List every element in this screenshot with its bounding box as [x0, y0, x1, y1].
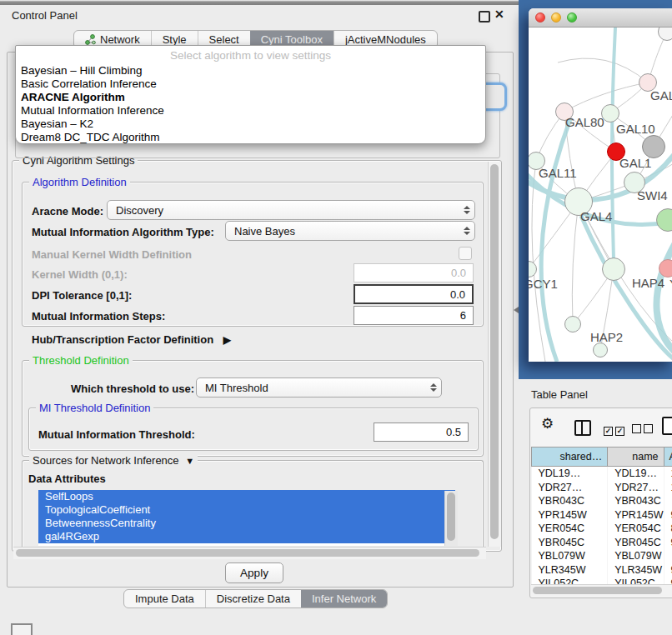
- table-row[interactable]: YDL19…YDL19…13: [532, 467, 672, 481]
- columns-icon[interactable]: [574, 420, 591, 436]
- combo-arrows-icon: [430, 383, 437, 392]
- node-hap4[interactable]: [602, 258, 625, 281]
- algo-option-mutual-information[interactable]: Mutual Information Inference: [21, 104, 164, 117]
- attributes-list-scroll-thumb[interactable]: [447, 492, 455, 541]
- list-item-betweennesscentrality[interactable]: BetweennessCentrality: [38, 517, 455, 530]
- settings-vertical-scrollbar[interactable]: [488, 162, 501, 547]
- node-pink-right[interactable]: [659, 259, 672, 278]
- unchecked-box-icon: [644, 424, 653, 433]
- tab-style-label: Style: [163, 33, 187, 46]
- algo-option-bayesian-hill-climbing[interactable]: Bayesian – Hill Climbing: [21, 64, 143, 77]
- sources-title: Sources for Network Inference: [33, 454, 179, 467]
- table-horizontal-scrollbar[interactable]: [531, 584, 672, 597]
- apply-button-label: Apply: [240, 567, 268, 579]
- algorithm-placeholder: Select algorithm to view settings: [16, 49, 485, 62]
- manual-kernel-width-checkbox[interactable]: [459, 247, 472, 260]
- algo-option-aracne[interactable]: ARACNE Algorithm: [21, 91, 125, 103]
- aracne-mode-value: Discovery: [116, 204, 163, 217]
- settings-hscroll-thumb[interactable]: [16, 549, 479, 557]
- collapse-down-arrow-icon: ▼: [185, 456, 194, 466]
- node-label-gal1: GAL1: [619, 156, 651, 170]
- table-row[interactable]: YBR043CYBR043C: [532, 494, 672, 508]
- dpi-tolerance-field[interactable]: 0.0: [354, 284, 474, 304]
- table-row[interactable]: YDR27…YDR27…12: [532, 481, 672, 495]
- which-threshold-combo[interactable]: MI Threshold: [196, 378, 442, 398]
- screenshot-root: Control Panel ✕ Network Style Select: [0, 0, 672, 635]
- tab-impute-data[interactable]: Impute Data: [124, 590, 205, 608]
- table-row[interactable]: YPR145WYPR145W9.: [532, 508, 672, 522]
- cell: YLR345W: [532, 563, 608, 578]
- select-all-checkboxes-icon[interactable]: ✓✓: [604, 422, 627, 437]
- mi-algorithm-type-value: Naive Bayes: [234, 225, 295, 238]
- table-hscroll-thumb[interactable]: [533, 587, 662, 594]
- node-label-hap4: HAP4: [632, 276, 664, 290]
- kernel-width-label: Kernel Width (0,1):: [32, 268, 128, 281]
- node-label-gal-partial: GAL: [650, 88, 672, 102]
- node-label-gal10: GAL10: [616, 122, 655, 136]
- sources-title-row[interactable]: Sources for Network Inference ▼: [29, 454, 198, 467]
- cell: YDL19…: [608, 467, 664, 481]
- cell: [664, 549, 672, 563]
- cell: YER054C: [608, 522, 664, 536]
- network-tab-icon: [85, 34, 96, 45]
- hub-definition-expander[interactable]: Hub/Transcription Factor Definition ▶: [32, 333, 231, 346]
- node-label-hap2: HAP2: [590, 330, 623, 344]
- network-window-titlebar[interactable]: [529, 8, 672, 28]
- close-traffic-light[interactable]: [535, 12, 545, 22]
- network-canvas[interactable]: GAL GAL80 GAL10 GAL1 GAL11 SWI4 GAL4 GCY…: [529, 28, 672, 362]
- zoom-traffic-light[interactable]: [567, 12, 577, 22]
- table-row[interactable]: YBL079WYBL079W: [532, 549, 672, 563]
- algo-option-bayesian-k2[interactable]: Bayesian – K2: [21, 118, 93, 130]
- clear-all-checkboxes-icon[interactable]: [632, 422, 655, 437]
- node-label-gal4: GAL4: [580, 209, 612, 223]
- mi-algorithm-type-label: Mutual Information Algorithm Type:: [32, 226, 214, 238]
- aracne-mode-label: Aracne Mode:: [32, 205, 103, 218]
- node-table[interactable]: shared… name A YDL19…YDL19…13 YDR27…YDR2…: [531, 447, 672, 591]
- gear-icon[interactable]: ⚙: [541, 415, 554, 432]
- mi-algorithm-type-combo[interactable]: Naive Bayes: [225, 221, 475, 241]
- mi-threshold-field[interactable]: 0.5: [374, 422, 469, 442]
- kernel-width-field[interactable]: 0.0: [354, 263, 474, 282]
- settings-horizontal-scrollbar[interactable]: [13, 547, 486, 559]
- list-item-gal4rgexp[interactable]: gal4RGexp: [38, 530, 455, 543]
- node-label-gal11: GAL11: [539, 166, 577, 180]
- table-row[interactable]: YER054CYER054C8.: [532, 522, 672, 536]
- hub-definition-label: Hub/Transcription Factor Definition: [32, 333, 213, 346]
- tab-infer-network[interactable]: Infer Network: [301, 590, 387, 608]
- data-attributes-list[interactable]: SelfLoops TopologicalCoefficient Between…: [38, 490, 455, 546]
- table-row[interactable]: YBR045CYBR045C9.: [532, 536, 672, 550]
- algo-option-dream8[interactable]: Dream8 DC_TDC Algorithm: [21, 131, 160, 143]
- aracne-mode-combo[interactable]: Discovery: [107, 200, 475, 220]
- apply-button[interactable]: Apply: [225, 562, 283, 583]
- cell: YPR145W: [532, 508, 608, 522]
- combo-arrows-icon: [464, 206, 470, 214]
- algorithm-dropdown-popup: Select algorithm to view settings Bayesi…: [15, 45, 486, 144]
- splitter-collapse-arrow[interactable]: [514, 307, 519, 313]
- node-bottom-partial[interactable]: [593, 342, 608, 358]
- col-header-partial[interactable]: A: [664, 448, 672, 467]
- list-item-topologicalcoefficient[interactable]: TopologicalCoefficient: [38, 503, 455, 517]
- attributes-list-scrollbar[interactable]: [444, 491, 458, 546]
- docked-panel-icon[interactable]: [11, 623, 33, 635]
- minimize-traffic-light[interactable]: [551, 12, 561, 22]
- tab-discretize-data[interactable]: Discretize Data: [205, 590, 301, 608]
- close-icon[interactable]: ✕: [494, 8, 504, 21]
- table-row[interactable]: YLR345WYLR345W9.: [532, 563, 672, 578]
- algo-option-basic-correlation[interactable]: Basic Correlation Inference: [21, 78, 157, 90]
- mi-steps-field[interactable]: 6: [354, 306, 474, 325]
- cell: YBR045C: [608, 536, 664, 550]
- node-label-swi4: SWI4: [637, 188, 668, 202]
- settings-vscroll-thumb[interactable]: [490, 164, 499, 539]
- node-hap2[interactable]: [564, 316, 581, 332]
- dpi-tolerance-label: DPI Tolerance [0,1]:: [32, 289, 132, 302]
- which-threshold-label: Which threshold to use:: [71, 382, 194, 395]
- col-header-name[interactable]: name: [608, 448, 664, 467]
- col-header-shared-name[interactable]: shared…: [532, 448, 608, 467]
- list-item-selfloops[interactable]: SelfLoops: [38, 490, 455, 503]
- cell: 8.: [664, 522, 672, 536]
- network-view-window[interactable]: GAL GAL80 GAL10 GAL1 GAL11 SWI4 GAL4 GCY…: [529, 8, 672, 362]
- float-panel-icon[interactable]: [479, 11, 490, 22]
- node-gray[interactable]: [642, 135, 665, 158]
- mi-steps-value: 6: [460, 309, 466, 322]
- document-icon[interactable]: [662, 417, 672, 435]
